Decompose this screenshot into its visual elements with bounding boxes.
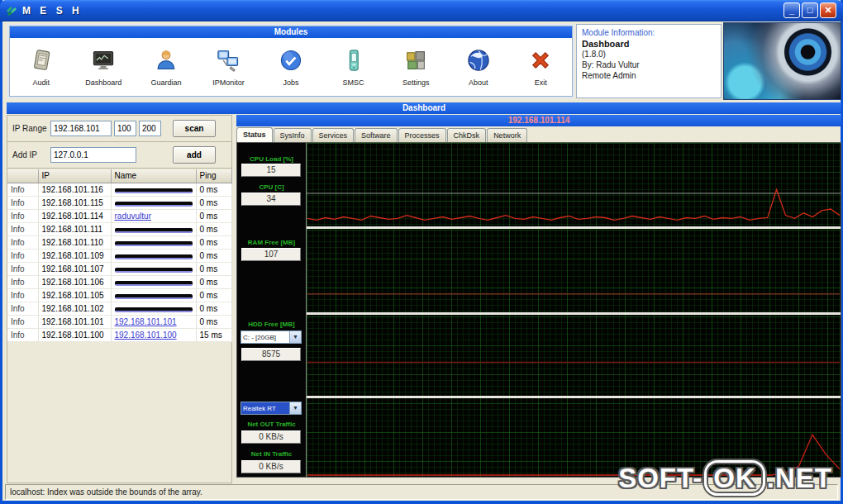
redacted-name [115,254,193,259]
scanner-panel: IP Range scan Add IP add IPNamePing Info… [7,115,232,483]
maximize-button[interactable]: □ [802,2,818,18]
redacted-name [115,294,193,299]
ip-base-input[interactable] [50,121,112,136]
host-name-link[interactable]: raduvultur [115,212,151,221]
module-item-label: Settings [402,78,430,87]
cpu-load-value: 15 [241,164,301,177]
minimize-button[interactable]: _ [783,2,800,18]
add-ip-input[interactable] [50,147,136,163]
tab-status[interactable]: Status [236,127,273,143]
host-name-link[interactable]: 192.168.101.100 [115,330,177,340]
cpu-temp-value: 34 [241,193,301,206]
adapter-select[interactable]: Realtek RT ▼ [241,402,302,415]
tab-network[interactable]: Network [487,128,527,143]
info-link[interactable]: Info [11,291,25,300]
about-icon [466,48,491,76]
tab-chkdsk[interactable]: ChkDsk [447,128,487,143]
table-row: Info192.168.101.1050 ms [7,288,231,302]
host-ping: 0 ms [196,196,231,209]
app-window: M E S H _ □ ✕ Modules AuditDashboardGuar… [0,0,843,504]
settings-icon [403,48,428,76]
ram-free-label: RAM Free [MB] [237,239,306,246]
info-link[interactable]: Info [11,238,25,247]
table-row: Info192.168.101.1160 ms [7,183,231,196]
scan-button[interactable]: scan [173,120,216,137]
module-info-header: Module Information: [582,28,716,37]
guardian-icon [154,48,179,76]
info-link[interactable]: Info [11,317,25,326]
tab-services[interactable]: Services [312,128,355,143]
info-link[interactable]: Info [11,304,25,313]
module-item-ipmonitor[interactable]: IPMonitor [198,38,260,96]
table-row: Info192.168.101.114raduvultur0 ms [7,209,231,222]
ip-range-group: IP Range scan [7,116,231,142]
range-to-input[interactable] [139,121,161,136]
module-item-label: Dashboard [85,78,121,87]
redacted-name [115,281,193,286]
tab-sysinfo[interactable]: SysInfo [274,128,312,143]
chevron-down-icon[interactable]: ▼ [289,331,301,343]
host-ping: 15 ms [196,328,231,341]
table-row: Info192.168.101.1070 ms [7,262,231,275]
info-link[interactable]: Info [11,198,25,207]
module-item-dashboard[interactable]: Dashboard [73,38,136,96]
chevron-down-icon[interactable]: ▼ [289,402,301,414]
ipmonitor-icon [216,48,241,76]
net-in-value: 0 KB/s [241,460,301,473]
info-link[interactable]: Info [11,225,25,234]
host-table: IPNamePing Info192.168.101.1160 msInfo19… [7,169,232,342]
table-row: Info192.168.101.1020 ms [7,302,231,315]
info-link[interactable]: Info [11,185,25,194]
eye-artwork [723,22,841,100]
module-item-audit[interactable]: Audit [10,38,73,96]
host-name-link[interactable]: 192.168.101.101 [115,317,177,326]
ip-range-label: IP Range [12,124,47,133]
info-link[interactable]: Info [11,278,25,287]
module-item-jobs[interactable]: Jobs [260,38,322,96]
info-link[interactable]: Info [11,212,25,221]
module-info-type: Remote Admin [582,70,716,81]
host-ping: 0 ms [196,302,231,315]
module-item-label: Exit [535,78,547,87]
module-item-smsc[interactable]: SMSC [322,38,385,96]
info-link[interactable]: Info [11,330,25,340]
net-in-label: Net IN Traffic [237,450,306,458]
module-item-exit[interactable]: Exit [510,38,573,96]
window-title: M E S H [22,5,83,17]
tab-software[interactable]: Software [355,128,398,143]
column-header-Ping[interactable]: Ping [196,169,231,183]
net-out-value: 0 KB/s [241,430,301,444]
drive-select-value: C: - [20GB] [241,334,289,341]
watermark: SOFT-OK.NET [618,463,832,494]
add-button[interactable]: add [173,146,216,164]
module-item-guardian[interactable]: Guardian [135,38,198,96]
table-row: Info192.168.101.1090 ms [7,249,231,262]
redacted-name [115,307,193,312]
modules-header: Modules [10,26,572,38]
host-ip: 192.168.101.114 [38,209,111,222]
column-header-Name[interactable]: Name [111,169,196,183]
hdd-free-value: 8575 [241,348,301,361]
table-row: Info192.168.101.1060 ms [7,275,231,288]
module-item-settings[interactable]: Settings [384,38,447,96]
info-link[interactable]: Info [11,264,25,273]
selected-host-bar: 192.168.101.114 [236,115,841,126]
module-info-author: By: Radu Vultur [582,59,716,70]
column-header-IP[interactable]: IP [38,169,111,183]
info-link[interactable]: Info [11,251,25,260]
host-ping: 0 ms [196,288,231,302]
title-bar[interactable]: M E S H _ □ ✕ [0,0,843,21]
drive-select[interactable]: C: - [20GB] ▼ [241,330,302,344]
range-from-input[interactable] [114,121,136,136]
module-item-label: SMSC [343,78,364,87]
column-header-info[interactable] [7,169,38,183]
module-info-version: (1.8.0) [582,49,716,59]
hdd-free-label: HDD Free [MB] [237,321,306,328]
tab-processes[interactable]: Processes [398,128,446,143]
close-button[interactable]: ✕ [820,2,836,18]
cpu-temp-label: CPU [C] [237,183,306,191]
module-item-about[interactable]: About [447,38,510,96]
redacted-name [115,241,193,246]
host-ping: 0 ms [196,315,231,328]
add-ip-group: Add IP add [7,142,231,169]
